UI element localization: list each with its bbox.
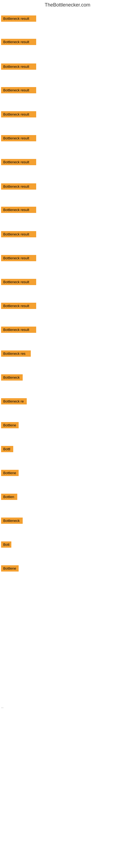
bottleneck-badge-7[interactable]: Bottleneck result (1, 183, 36, 190)
result-row-21: Bottleneck (0, 518, 135, 525)
bottleneck-badge-18[interactable]: Bottl (1, 446, 13, 452)
result-row-11: Bottleneck result (0, 279, 135, 286)
bottleneck-badge-8[interactable]: Bottleneck result (1, 207, 36, 213)
bottleneck-badge-0[interactable]: Bottleneck result (1, 16, 36, 22)
bottleneck-badge-13[interactable]: Bottleneck result (1, 327, 36, 333)
bottleneck-badge-6[interactable]: Bottleneck result (1, 159, 36, 165)
result-row-22: Bott (0, 541, 135, 549)
result-row-8: Bottleneck result (0, 207, 135, 214)
bottleneck-badge-9[interactable]: Bottleneck result (1, 231, 36, 237)
result-row-17: Bottlene (0, 422, 135, 429)
bottleneck-badge-21[interactable]: Bottleneck (1, 518, 23, 524)
result-row-6: Bottleneck result (0, 159, 135, 166)
bottleneck-badge-10[interactable]: Bottleneck result (1, 255, 36, 261)
ellipsis: ... (1, 705, 3, 709)
result-row-1: Bottleneck result (0, 39, 135, 46)
result-row-2: Bottleneck result (0, 63, 135, 71)
result-row-19: Bottlene (0, 470, 135, 477)
result-row-5: Bottleneck result (0, 135, 135, 143)
result-row-7: Bottleneck result (0, 183, 135, 191)
bottleneck-badge-17[interactable]: Bottlene (1, 422, 18, 428)
bottleneck-badge-22[interactable]: Bott (1, 541, 11, 548)
bottleneck-badge-3[interactable]: Bottleneck result (1, 87, 36, 93)
site-title: TheBottlenecker.com (0, 0, 135, 10)
bottleneck-badge-2[interactable]: Bottleneck result (1, 63, 36, 70)
result-row-16: Bottleneck re (0, 398, 135, 405)
result-row-9: Bottleneck result (0, 231, 135, 239)
bottleneck-badge-23[interactable]: Bottlene (1, 565, 18, 571)
bottleneck-badge-15[interactable]: Bottleneck (1, 374, 23, 380)
result-row-18: Bottl (0, 446, 135, 453)
result-row-13: Bottleneck result (0, 327, 135, 334)
bottleneck-badge-16[interactable]: Bottleneck re (1, 398, 27, 404)
bottleneck-badge-4[interactable]: Bottleneck result (1, 111, 36, 118)
result-row-3: Bottleneck result (0, 87, 135, 94)
bottleneck-badge-19[interactable]: Bottlene (1, 470, 18, 476)
bottleneck-badge-1[interactable]: Bottleneck result (1, 39, 36, 45)
bottleneck-badge-20[interactable]: Bottlen (1, 494, 17, 500)
result-row-10: Bottleneck result (0, 255, 135, 262)
result-row-20: Bottlen (0, 494, 135, 501)
result-row-15: Bottleneck (0, 374, 135, 382)
result-row-23: Bottlene (0, 565, 135, 572)
bottleneck-badge-5[interactable]: Bottleneck result (1, 135, 36, 141)
bottleneck-badge-12[interactable]: Bottleneck result (1, 303, 36, 309)
result-row-12: Bottleneck result (0, 303, 135, 310)
result-row-0: Bottleneck result (0, 16, 135, 23)
result-row-14: Bottleneck res (0, 350, 135, 358)
bottleneck-badge-11[interactable]: Bottleneck result (1, 279, 36, 285)
result-row-4: Bottleneck result (0, 111, 135, 119)
bottleneck-badge-14[interactable]: Bottleneck res (1, 350, 31, 357)
